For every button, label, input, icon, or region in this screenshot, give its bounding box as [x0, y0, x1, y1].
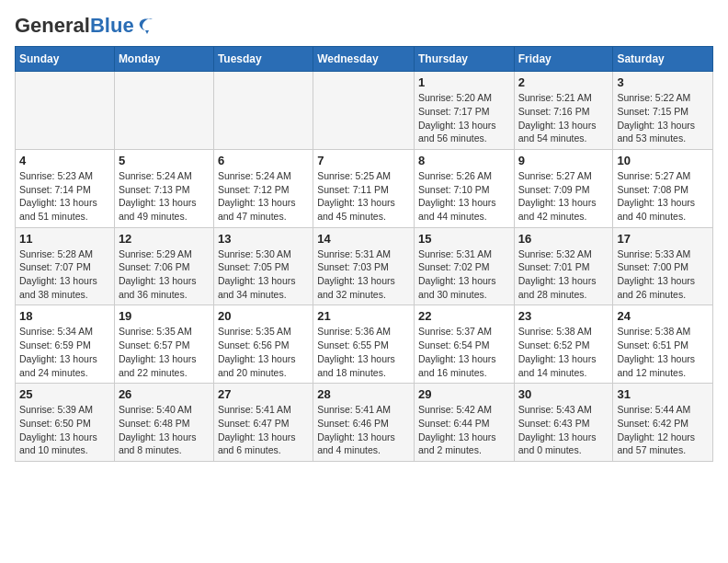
day-number: 6 [218, 154, 309, 167]
week-row-5: 25Sunrise: 5:39 AM Sunset: 6:50 PM Dayli… [16, 384, 713, 462]
day-info: Sunrise: 5:29 AM Sunset: 7:06 PM Dayligh… [119, 247, 210, 302]
day-cell: 7Sunrise: 5:25 AM Sunset: 7:11 PM Daylig… [313, 149, 415, 227]
col-header-sunday: Sunday [16, 47, 115, 72]
day-number: 20 [218, 309, 309, 323]
day-number: 23 [518, 309, 609, 323]
calendar-table: SundayMondayTuesdayWednesdayThursdayFrid… [15, 46, 713, 462]
day-cell: 1Sunrise: 5:20 AM Sunset: 7:17 PM Daylig… [414, 72, 514, 150]
day-cell: 11Sunrise: 5:28 AM Sunset: 7:07 PM Dayli… [16, 227, 115, 305]
day-info: Sunrise: 5:35 AM Sunset: 6:56 PM Dayligh… [218, 325, 309, 379]
week-row-1: 1Sunrise: 5:20 AM Sunset: 7:17 PM Daylig… [16, 72, 713, 150]
day-cell: 2Sunrise: 5:21 AM Sunset: 7:16 PM Daylig… [514, 72, 613, 150]
day-cell: 5Sunrise: 5:24 AM Sunset: 7:13 PM Daylig… [114, 149, 213, 227]
day-info: Sunrise: 5:28 AM Sunset: 7:07 PM Dayligh… [19, 247, 110, 302]
day-number: 14 [317, 232, 410, 246]
day-number: 15 [418, 232, 510, 246]
day-number: 29 [418, 387, 510, 401]
day-cell: 20Sunrise: 5:35 AM Sunset: 6:56 PM Dayli… [213, 305, 313, 384]
day-info: Sunrise: 5:24 AM Sunset: 7:12 PM Dayligh… [218, 169, 309, 224]
day-cell: 30Sunrise: 5:43 AM Sunset: 6:43 PM Dayli… [514, 384, 613, 462]
day-info: Sunrise: 5:40 AM Sunset: 6:48 PM Dayligh… [119, 403, 210, 457]
day-cell: 12Sunrise: 5:29 AM Sunset: 7:06 PM Dayli… [114, 227, 213, 305]
day-info: Sunrise: 5:44 AM Sunset: 6:42 PM Dayligh… [617, 403, 709, 457]
day-info: Sunrise: 5:22 AM Sunset: 7:15 PM Dayligh… [617, 91, 709, 145]
logo-text: GeneralBlue [15, 15, 134, 37]
calendar-header-row: SundayMondayTuesdayWednesdayThursdayFrid… [16, 47, 713, 72]
day-info: Sunrise: 5:34 AM Sunset: 6:59 PM Dayligh… [19, 325, 110, 379]
day-info: Sunrise: 5:24 AM Sunset: 7:13 PM Dayligh… [119, 169, 210, 224]
day-cell: 22Sunrise: 5:37 AM Sunset: 6:54 PM Dayli… [414, 305, 514, 384]
col-header-friday: Friday [514, 47, 613, 72]
day-number: 13 [218, 232, 309, 246]
day-number: 21 [317, 309, 410, 323]
day-number: 7 [317, 154, 410, 167]
week-row-2: 4Sunrise: 5:23 AM Sunset: 7:14 PM Daylig… [16, 149, 713, 227]
day-info: Sunrise: 5:30 AM Sunset: 7:05 PM Dayligh… [218, 247, 309, 302]
day-number: 24 [617, 309, 709, 323]
day-info: Sunrise: 5:35 AM Sunset: 6:57 PM Dayligh… [119, 325, 210, 379]
day-cell: 23Sunrise: 5:38 AM Sunset: 6:52 PM Dayli… [514, 305, 613, 384]
day-cell: 6Sunrise: 5:24 AM Sunset: 7:12 PM Daylig… [213, 149, 313, 227]
day-cell: 27Sunrise: 5:41 AM Sunset: 6:47 PM Dayli… [213, 384, 313, 462]
day-number: 31 [617, 387, 709, 401]
day-cell: 31Sunrise: 5:44 AM Sunset: 6:42 PM Dayli… [613, 384, 713, 462]
day-cell: 10Sunrise: 5:27 AM Sunset: 7:08 PM Dayli… [613, 149, 713, 227]
logo-general: General [15, 14, 90, 37]
day-cell: 17Sunrise: 5:33 AM Sunset: 7:00 PM Dayli… [613, 227, 713, 305]
day-cell [16, 72, 115, 150]
day-cell [313, 72, 415, 150]
day-info: Sunrise: 5:31 AM Sunset: 7:02 PM Dayligh… [418, 247, 510, 302]
day-number: 18 [19, 309, 110, 323]
day-number: 26 [119, 387, 210, 401]
col-header-saturday: Saturday [613, 47, 713, 72]
day-number: 25 [19, 387, 110, 401]
day-info: Sunrise: 5:27 AM Sunset: 7:08 PM Dayligh… [617, 169, 709, 224]
day-number: 17 [617, 232, 709, 246]
day-number: 22 [418, 309, 510, 323]
day-info: Sunrise: 5:26 AM Sunset: 7:10 PM Dayligh… [418, 169, 510, 224]
day-cell: 29Sunrise: 5:42 AM Sunset: 6:44 PM Dayli… [414, 384, 514, 462]
day-info: Sunrise: 5:41 AM Sunset: 6:47 PM Dayligh… [218, 403, 309, 457]
day-number: 3 [617, 75, 709, 89]
day-cell: 9Sunrise: 5:27 AM Sunset: 7:09 PM Daylig… [514, 149, 613, 227]
day-number: 28 [317, 387, 410, 401]
day-number: 19 [119, 309, 210, 323]
day-number: 2 [518, 75, 609, 89]
day-info: Sunrise: 5:42 AM Sunset: 6:44 PM Dayligh… [418, 403, 510, 457]
day-cell: 3Sunrise: 5:22 AM Sunset: 7:15 PM Daylig… [613, 72, 713, 150]
col-header-wednesday: Wednesday [313, 47, 415, 72]
day-number: 9 [518, 154, 609, 167]
day-info: Sunrise: 5:38 AM Sunset: 6:52 PM Dayligh… [518, 325, 609, 379]
week-row-4: 18Sunrise: 5:34 AM Sunset: 6:59 PM Dayli… [16, 305, 713, 384]
day-info: Sunrise: 5:33 AM Sunset: 7:00 PM Dayligh… [617, 247, 709, 302]
day-cell: 26Sunrise: 5:40 AM Sunset: 6:48 PM Dayli… [114, 384, 213, 462]
day-cell: 16Sunrise: 5:32 AM Sunset: 7:01 PM Dayli… [514, 227, 613, 305]
day-cell: 18Sunrise: 5:34 AM Sunset: 6:59 PM Dayli… [16, 305, 115, 384]
day-info: Sunrise: 5:27 AM Sunset: 7:09 PM Dayligh… [518, 169, 609, 224]
col-header-thursday: Thursday [414, 47, 514, 72]
day-info: Sunrise: 5:39 AM Sunset: 6:50 PM Dayligh… [19, 403, 110, 457]
day-cell: 4Sunrise: 5:23 AM Sunset: 7:14 PM Daylig… [16, 149, 115, 227]
day-number: 30 [518, 387, 609, 401]
day-cell: 8Sunrise: 5:26 AM Sunset: 7:10 PM Daylig… [414, 149, 514, 227]
day-cell: 13Sunrise: 5:30 AM Sunset: 7:05 PM Dayli… [213, 227, 313, 305]
day-info: Sunrise: 5:36 AM Sunset: 6:55 PM Dayligh… [317, 325, 410, 379]
day-info: Sunrise: 5:37 AM Sunset: 6:54 PM Dayligh… [418, 325, 510, 379]
day-info: Sunrise: 5:23 AM Sunset: 7:14 PM Dayligh… [19, 169, 110, 224]
day-cell [213, 72, 313, 150]
logo-blue: Blue [90, 14, 134, 37]
day-number: 27 [218, 387, 309, 401]
day-info: Sunrise: 5:20 AM Sunset: 7:17 PM Dayligh… [418, 91, 510, 145]
day-info: Sunrise: 5:32 AM Sunset: 7:01 PM Dayligh… [518, 247, 609, 302]
page-header: GeneralBlue [15, 15, 713, 37]
day-info: Sunrise: 5:41 AM Sunset: 6:46 PM Dayligh… [317, 403, 410, 457]
day-number: 5 [119, 154, 210, 167]
day-info: Sunrise: 5:38 AM Sunset: 6:51 PM Dayligh… [617, 325, 709, 379]
day-number: 11 [19, 232, 110, 246]
day-cell: 28Sunrise: 5:41 AM Sunset: 6:46 PM Dayli… [313, 384, 415, 462]
day-cell: 21Sunrise: 5:36 AM Sunset: 6:55 PM Dayli… [313, 305, 415, 384]
day-number: 12 [119, 232, 210, 246]
day-info: Sunrise: 5:21 AM Sunset: 7:16 PM Dayligh… [518, 91, 609, 145]
day-cell: 24Sunrise: 5:38 AM Sunset: 6:51 PM Dayli… [613, 305, 713, 384]
day-cell: 25Sunrise: 5:39 AM Sunset: 6:50 PM Dayli… [16, 384, 115, 462]
